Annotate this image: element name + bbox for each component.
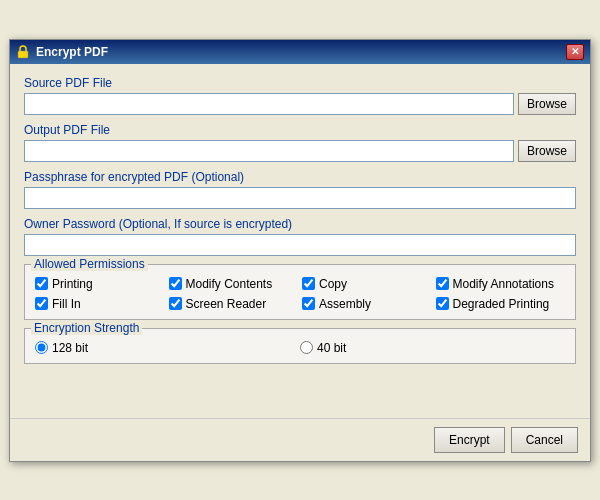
- permission-modify-contents: Modify Contents: [169, 277, 299, 291]
- degraded-printing-checkbox[interactable]: [436, 297, 449, 310]
- permissions-label: Allowed Permissions: [31, 257, 148, 271]
- dialog-body: Source PDF File Browse Output PDF File B…: [10, 64, 590, 414]
- permission-copy: Copy: [302, 277, 432, 291]
- permission-modify-annotations: Modify Annotations: [436, 277, 566, 291]
- encrypt-pdf-dialog: Encrypt PDF ✕ Source PDF File Browse Out…: [9, 39, 591, 462]
- spacer: [24, 372, 576, 402]
- screen-reader-checkbox[interactable]: [169, 297, 182, 310]
- source-file-label: Source PDF File: [24, 76, 576, 90]
- output-browse-button[interactable]: Browse: [518, 140, 576, 162]
- owner-password-group: Owner Password (Optional, If source is e…: [24, 217, 576, 256]
- encryption-40-option: 40 bit: [300, 341, 565, 355]
- source-file-group: Source PDF File Browse: [24, 76, 576, 115]
- degraded-printing-label: Degraded Printing: [453, 297, 550, 311]
- close-button[interactable]: ✕: [566, 44, 584, 60]
- output-file-label: Output PDF File: [24, 123, 576, 137]
- cancel-button[interactable]: Cancel: [511, 427, 578, 453]
- copy-label: Copy: [319, 277, 347, 291]
- encryption-section: Encryption Strength 128 bit 40 bit: [24, 328, 576, 364]
- bit40-label: 40 bit: [317, 341, 346, 355]
- permission-degraded-printing: Degraded Printing: [436, 297, 566, 311]
- passphrase-label: Passphrase for encrypted PDF (Optional): [24, 170, 576, 184]
- bit128-label: 128 bit: [52, 341, 88, 355]
- dialog-title: Encrypt PDF: [36, 45, 108, 59]
- bit128-radio[interactable]: [35, 341, 48, 354]
- output-file-group: Output PDF File Browse: [24, 123, 576, 162]
- modify-annotations-checkbox[interactable]: [436, 277, 449, 290]
- source-file-input[interactable]: [24, 93, 514, 115]
- permission-screen-reader: Screen Reader: [169, 297, 299, 311]
- assembly-checkbox[interactable]: [302, 297, 315, 310]
- permission-printing: Printing: [35, 277, 165, 291]
- permissions-grid: Printing Modify Contents Copy Modify Ann…: [35, 277, 565, 311]
- title-bar-left: Encrypt PDF: [16, 45, 108, 59]
- source-file-row: Browse: [24, 93, 576, 115]
- output-file-input[interactable]: [24, 140, 514, 162]
- output-file-row: Browse: [24, 140, 576, 162]
- permission-fill-in: Fill In: [35, 297, 165, 311]
- fill-in-checkbox[interactable]: [35, 297, 48, 310]
- modify-contents-label: Modify Contents: [186, 277, 273, 291]
- printing-checkbox[interactable]: [35, 277, 48, 290]
- assembly-label: Assembly: [319, 297, 371, 311]
- screen-reader-label: Screen Reader: [186, 297, 267, 311]
- fill-in-label: Fill In: [52, 297, 81, 311]
- encryption-label: Encryption Strength: [31, 321, 142, 335]
- encryption-options: 128 bit 40 bit: [35, 341, 565, 355]
- permission-assembly: Assembly: [302, 297, 432, 311]
- title-bar: Encrypt PDF ✕: [10, 40, 590, 64]
- owner-password-label: Owner Password (Optional, If source is e…: [24, 217, 576, 231]
- permissions-section: Allowed Permissions Printing Modify Cont…: [24, 264, 576, 320]
- passphrase-input[interactable]: [24, 187, 576, 209]
- owner-password-input[interactable]: [24, 234, 576, 256]
- passphrase-group: Passphrase for encrypted PDF (Optional): [24, 170, 576, 209]
- dialog-icon: [16, 45, 30, 59]
- modify-annotations-label: Modify Annotations: [453, 277, 554, 291]
- copy-checkbox[interactable]: [302, 277, 315, 290]
- bottom-bar: Encrypt Cancel: [10, 418, 590, 461]
- encryption-128-option: 128 bit: [35, 341, 300, 355]
- encrypt-button[interactable]: Encrypt: [434, 427, 505, 453]
- source-browse-button[interactable]: Browse: [518, 93, 576, 115]
- bit40-radio[interactable]: [300, 341, 313, 354]
- svg-rect-0: [18, 51, 28, 58]
- printing-label: Printing: [52, 277, 93, 291]
- modify-contents-checkbox[interactable]: [169, 277, 182, 290]
